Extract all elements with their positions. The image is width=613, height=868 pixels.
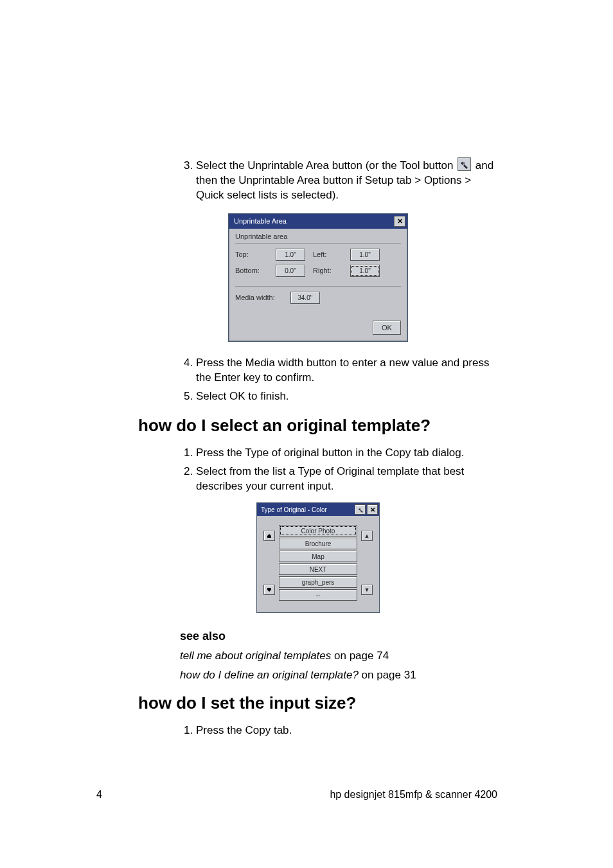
footer-text: hp designjet 815mfp & scanner 4200 [330,789,497,801]
line-up-icon[interactable]: ▲ [361,531,373,541]
left-value-button[interactable]: 1.0" [350,249,380,261]
list-item[interactable]: graph_pers [279,576,357,588]
media-width-row: Media width: 34.0" [235,292,401,304]
page: Select the Unprintable Area button (or t… [0,0,613,868]
dialog2-title-buttons: ✕ [355,504,378,515]
step-3-pre: Select the Unprintable Area button (or t… [196,159,456,172]
steps-list-1: Select the Unprintable Area button (or t… [138,157,498,203]
divider [235,243,401,244]
see-also-1-italic: tell me about original templates [180,650,331,662]
list-item[interactable]: Color Photo [279,525,357,536]
line-down-icon[interactable]: ▼ [361,585,373,595]
step-4: Press the Media width button to enter a … [196,356,498,385]
ok-row: OK [235,321,401,335]
list-item[interactable]: Map [279,551,357,562]
list-item[interactable]: Brochure [279,538,357,549]
see-also-1-rest: on page 74 [331,650,389,662]
left-label: Left: [313,251,345,258]
unprintable-area-dialog: Unprintable Area ✕ Unprintable area Top:… [228,213,408,342]
h1-step-2: Select from the list a Type of Original … [196,465,498,494]
content-column: Select the Unprintable Area button (or t… [138,157,498,738]
dialog2-body: Color Photo Brochure Map NEXT graph_pers… [257,516,379,612]
heading-select-template: how do I select an original template? [138,416,498,436]
heading-input-size: how do I set the input size? [138,693,498,713]
dialog2-titlebar: Type of Original - Color ✕ [257,503,379,516]
tool-icon[interactable] [355,504,366,515]
bottom-label: Bottom: [235,267,271,274]
divider-2 [235,286,401,287]
list-item[interactable]: NEXT [279,563,357,575]
steps-list-3: Press the Type of original button in the… [138,446,498,494]
steps-list-4: Press the Copy tab. [138,723,498,738]
h2-step-1: Press the Copy tab. [196,723,498,738]
media-width-button[interactable]: 34.0" [290,292,320,304]
see-also-2-italic: how do I define an original template? [180,669,359,681]
bottom-value-button[interactable]: 0.0" [276,265,305,277]
type-of-original-dialog-wrap: Type of Original - Color ✕ [138,502,498,613]
tool-icon [458,157,471,171]
line-scroll-col: ▲ ▼ [360,531,374,595]
right-label: Right: [313,267,345,274]
unprintable-area-dialog-wrap: Unprintable Area ✕ Unprintable area Top:… [138,213,498,342]
see-also-line-2: how do I define an original template? on… [180,669,498,682]
close-icon[interactable]: ✕ [394,216,405,227]
top-value-button[interactable]: 1.0" [276,249,305,261]
template-list: Color Photo Brochure Map NEXT graph_pers… [276,525,360,601]
list-item[interactable]: -- [279,589,357,601]
media-width-label: Media width: [235,294,275,301]
dialog-titlebar: Unprintable Area ✕ [229,214,407,229]
dialog-body: Unprintable area Top: 1.0" Left: 1.0" Bo… [229,229,407,341]
see-also-heading: see also [180,630,498,643]
step-3: Select the Unprintable Area button (or t… [196,157,498,203]
page-down-icon[interactable] [263,585,275,595]
page-footer: 4 hp designjet 815mfp & scanner 4200 [96,789,497,801]
page-scroll-col [262,531,276,595]
ok-button[interactable]: OK [373,321,401,335]
dialog2-title: Type of Original - Color [261,506,327,513]
see-also-2-rest: on page 31 [359,669,416,681]
page-up-icon[interactable] [263,531,275,541]
margins-grid: Top: 1.0" Left: 1.0" Bottom: 0.0" Right:… [235,249,401,277]
steps-list-2: Press the Media width button to enter a … [138,356,498,404]
dialog-title: Unprintable Area [234,217,287,225]
right-value-button[interactable]: 1.0" [350,265,380,277]
see-also-line-1: tell me about original templates on page… [180,650,498,662]
page-number: 4 [96,789,102,801]
step-5: Select OK to finish. [196,389,498,404]
group-label: Unprintable area [235,233,401,240]
top-label: Top: [235,251,271,258]
close-icon[interactable]: ✕ [367,504,378,515]
h1-step-1: Press the Type of original button in the… [196,446,498,461]
type-of-original-dialog: Type of Original - Color ✕ [256,502,380,613]
